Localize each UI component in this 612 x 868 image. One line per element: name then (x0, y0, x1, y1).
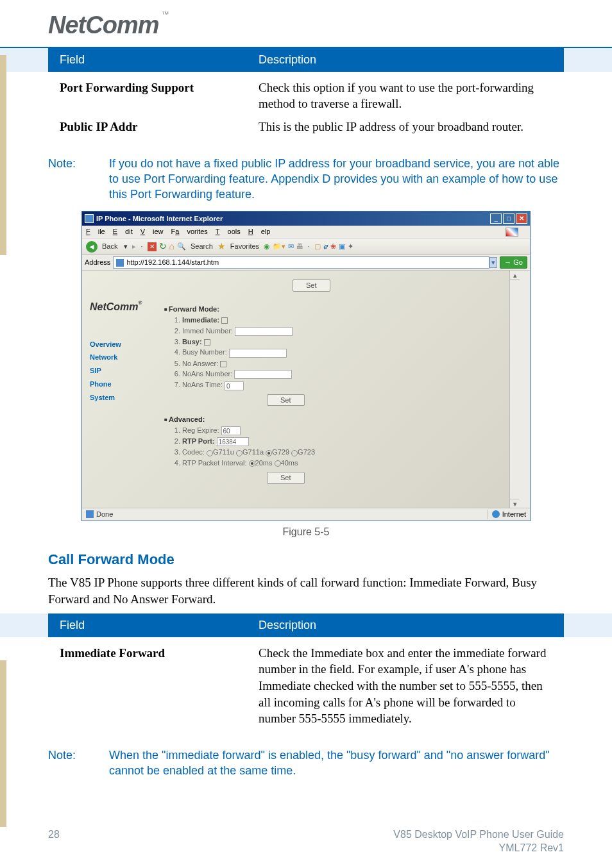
rtp-port-input[interactable]: 16384 (217, 437, 249, 446)
table-row: Immediate Forward Check the Immediate bo… (60, 645, 552, 727)
toolbar-extra-3[interactable]: ❀ (330, 242, 336, 251)
scroll-down-icon[interactable]: ▾ (510, 499, 520, 508)
table1-row0-desc: Check this option if you want to use the… (259, 79, 552, 112)
menu-view[interactable]: View (140, 227, 164, 237)
table2-band: Field Description (0, 613, 612, 637)
list-item: NoAns Time: 0 (182, 380, 508, 390)
rtp-40ms-radio[interactable] (275, 460, 281, 467)
menu-file[interactable]: File (86, 227, 105, 237)
list-item: Busy Number: (182, 347, 508, 357)
ie-sidebar: NetComm® Overview Network SIP Phone Syst… (87, 274, 158, 504)
address-input[interactable]: http://192.168.1.144/start.htm (113, 256, 489, 269)
set-button-top[interactable]: Set (293, 280, 330, 292)
menu-edit[interactable]: Edit (113, 227, 133, 237)
figure-screenshot: IP Phone - Microsoft Internet Explorer _… (48, 211, 564, 538)
set-button-forward[interactable]: Set (267, 394, 305, 406)
forward-mode-heading: Forward Mode: (164, 305, 508, 314)
busy-checkbox[interactable] (204, 339, 210, 346)
codec-g723-radio[interactable] (291, 450, 298, 456)
toolbar-extra-1[interactable]: ▢ (314, 242, 321, 251)
print-button[interactable]: 🖶 (296, 242, 303, 251)
minimize-button[interactable]: _ (490, 213, 502, 224)
rtp-20ms-radio[interactable] (249, 460, 255, 467)
set-button-advanced[interactable]: Set (267, 472, 305, 484)
go-button[interactable]: → Go (500, 256, 527, 269)
codec-g711a-radio[interactable] (236, 450, 242, 456)
header-logo: NetComm™ (0, 0, 612, 47)
back-button[interactable]: ◄ (86, 241, 98, 253)
back-label[interactable]: Back (102, 242, 117, 251)
note2: Note: When the "immediate forward" is en… (48, 747, 564, 779)
toolbar-extra-5[interactable]: ✦ (348, 242, 353, 251)
footer-right: V85 Desktop VoIP Phone User Guide YML772… (393, 828, 564, 855)
refresh-button[interactable]: ↻ (159, 240, 167, 253)
table2-row0-desc: Check the Immediate box and enter the im… (259, 645, 552, 727)
note1: Note: If you do not have a fixed public … (48, 156, 564, 203)
address-dropdown-icon[interactable]: ▾ (489, 257, 497, 268)
footer-rev: YML772 Rev1 (393, 841, 564, 855)
note2-label: Note: (48, 747, 109, 779)
list-item: NoAns Number: (182, 369, 508, 379)
list-item: Reg Expire: 60 (182, 426, 508, 435)
note1-text: If you do not have a fixed public IP add… (109, 156, 564, 203)
table1-head-desc: Description (259, 52, 552, 67)
mail-button[interactable]: ✉ (288, 242, 294, 251)
toolbar-extra-2[interactable]: ℯ (323, 242, 328, 251)
logo-brand: NetComm (48, 9, 158, 42)
favorites-label[interactable]: Favorites (230, 242, 259, 251)
codec-g729-radio[interactable] (266, 450, 272, 456)
table1-head-field: Field (60, 52, 259, 67)
ie-throbber-icon (506, 228, 518, 237)
section-call-forward-heading: Call Forward Mode (48, 550, 564, 569)
table1-row1-desc: This is the public IP address of your br… (259, 119, 552, 135)
noanswer-checkbox[interactable] (220, 361, 226, 367)
nav-network[interactable]: Network (90, 353, 155, 362)
page-icon (116, 259, 124, 267)
section-call-forward-para: The V85 IP Phone supports three differen… (48, 574, 564, 607)
forward-button[interactable]: ▸ (132, 242, 136, 251)
margin-strip-1 (0, 55, 6, 255)
menu-help[interactable]: Help (248, 227, 271, 237)
list-item: RTP Port: 16384 (182, 437, 508, 446)
ie-scrollbar[interactable]: ▴ ▾ (509, 271, 520, 508)
search-icon[interactable]: 🔍 (177, 242, 186, 251)
ie-content: NetComm® Overview Network SIP Phone Syst… (82, 271, 530, 508)
media-button[interactable]: ◉ (264, 242, 270, 251)
status-text: Done (96, 510, 488, 519)
busy-number-input[interactable] (229, 349, 287, 358)
stop-button[interactable]: ✕ (148, 242, 157, 251)
ie-main: Set Forward Mode: Immediate: Immed Numbe… (158, 274, 514, 504)
back-dropdown-icon[interactable]: ▾ (124, 242, 128, 251)
menu-favorites[interactable]: Favorites (171, 227, 208, 237)
search-label[interactable]: Search (191, 242, 213, 251)
figure-caption: Figure 5-5 (48, 525, 564, 539)
noans-time-input[interactable]: 0 (225, 381, 244, 390)
scroll-up-icon[interactable]: ▴ (510, 271, 520, 280)
immediate-checkbox[interactable] (221, 317, 228, 324)
ie-window-title: IP Phone - Microsoft Internet Explorer (96, 214, 489, 224)
nav-system[interactable]: System (90, 393, 155, 403)
ie-statusbar: Done Internet (82, 508, 530, 521)
list-item: Immediate: (182, 315, 508, 325)
noans-number-input[interactable] (234, 370, 292, 379)
list-item: Busy: (182, 337, 508, 347)
nav-sip[interactable]: SIP (90, 366, 155, 376)
margin-strip-2 (0, 660, 6, 827)
globe-icon (492, 510, 500, 518)
toolbar-extra-4[interactable]: ▣ (339, 242, 345, 251)
nav-phone[interactable]: Phone (90, 380, 155, 389)
codec-g711u-radio[interactable] (207, 450, 213, 456)
maximize-button[interactable]: □ (503, 213, 514, 224)
close-button[interactable]: ✕ (516, 213, 527, 224)
page-number: 28 (48, 828, 60, 855)
favorites-icon[interactable]: ★ (217, 240, 226, 253)
immed-number-input[interactable] (235, 327, 293, 336)
reg-expire-input[interactable]: 60 (221, 426, 241, 435)
menu-tools[interactable]: Tools (216, 227, 241, 237)
list-item: RTP Packet Interval: 20ms 40ms (182, 458, 508, 468)
history-button[interactable]: 📁▾ (273, 242, 285, 251)
toolbar-sep: · (140, 242, 142, 251)
nav-overview[interactable]: Overview (90, 340, 155, 349)
home-button[interactable]: ⌂ (169, 240, 174, 253)
table2-header: Field Description (48, 613, 564, 637)
